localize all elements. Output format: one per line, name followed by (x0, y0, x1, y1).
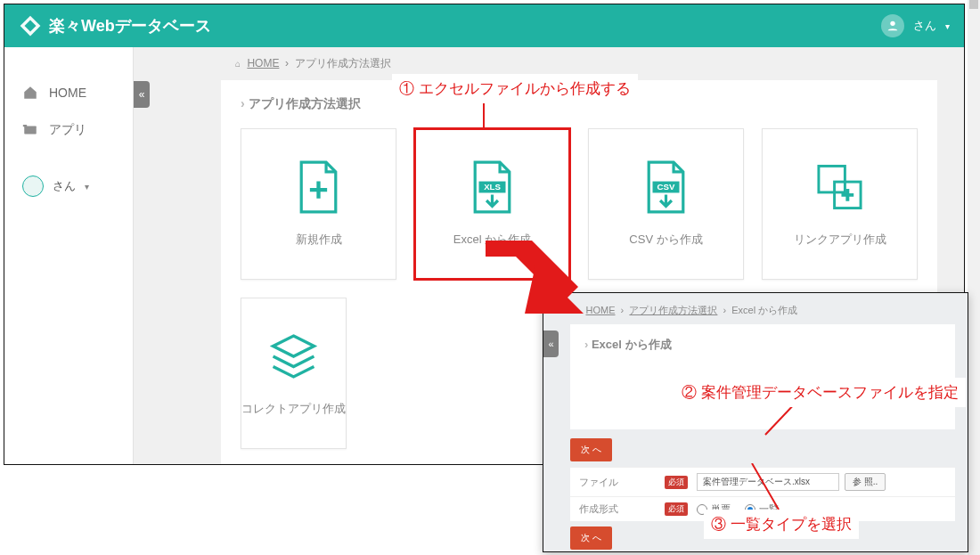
annotation-3-num: ③ (711, 516, 726, 533)
required-badge: 必須 (665, 476, 688, 489)
apps-icon (22, 122, 38, 138)
annotation-3-text: 一覧タイプを選択 (731, 516, 852, 533)
card-collect-app[interactable]: コレクトアプリ作成 (241, 298, 347, 449)
annotation-2: ② 案件管理データベースファイルを指定 (674, 378, 966, 407)
sidebar-user[interactable]: さん ▾ (4, 163, 133, 209)
breadcrumb-home[interactable]: HOME (247, 57, 279, 69)
annotation-2-num: ② (682, 384, 697, 401)
annotation-3: ③ 一覧タイプを選択 (704, 510, 859, 539)
card-link-app[interactable]: リンクアプリ作成 (762, 128, 918, 280)
card-csv-label: CSV から作成 (629, 232, 702, 248)
header-user-suffix: さん (913, 18, 936, 34)
card-new[interactable]: 新規作成 (241, 128, 396, 280)
chevron-down-icon: ▾ (85, 182, 89, 192)
annotation-2-text: 案件管理データベースファイルを指定 (701, 384, 959, 401)
card-csv[interactable]: CSV CSV から作成 (588, 128, 744, 280)
breadcrumb-page: アプリ作成方法選択 (295, 57, 391, 69)
sidebar-item-home[interactable]: HOME (4, 74, 133, 111)
breadcrumb-page1[interactable]: アプリ作成方法選択 (629, 305, 717, 315)
sidebar-apps-label: アプリ (49, 122, 86, 138)
chevron-down-icon: ▾ (945, 21, 950, 31)
sidebar-collapse-handle[interactable]: « (134, 81, 150, 108)
link-app-icon (815, 160, 864, 214)
breadcrumb-page2: Excel から作成 (731, 305, 797, 315)
sidebar-collapse-handle[interactable]: « (543, 331, 559, 357)
browse-button[interactable]: 参 照.. (845, 473, 886, 491)
next-button[interactable]: 次 へ (570, 526, 612, 550)
card-collect-label: コレクトアプリ作成 (241, 401, 346, 417)
card-link-label: リンクアプリ作成 (794, 232, 886, 248)
format-label: 作成形式 (579, 502, 665, 516)
annotation-3-line (748, 463, 793, 511)
svg-text:XLS: XLS (484, 182, 501, 192)
brand-text: 楽々Webデータベース (49, 15, 211, 37)
svg-rect-9 (819, 166, 845, 192)
header-user[interactable]: さん ▾ (881, 14, 950, 37)
svg-line-14 (752, 463, 779, 510)
file-csv-icon: CSV (641, 160, 690, 214)
annotation-1-text: エクセルファイルから作成する (419, 80, 631, 97)
scrollbar-thumb[interactable] (969, 0, 978, 9)
svg-text:CSV: CSV (657, 182, 675, 192)
scrollbar-vertical[interactable] (968, 0, 980, 555)
brand: 楽々Webデータベース (19, 14, 211, 37)
breadcrumb-home[interactable]: HOME (586, 305, 616, 315)
avatar-icon (881, 14, 904, 37)
home-icon (22, 85, 38, 101)
annotation-1-num: ① (399, 80, 414, 97)
file-label: ファイル (579, 476, 665, 489)
card-new-label: 新規作成 (296, 232, 342, 248)
next-button[interactable]: 次 へ (570, 438, 612, 461)
file-xls-icon: XLS (468, 160, 517, 214)
user-avatar-icon (22, 175, 44, 197)
brand-logo-icon (19, 14, 42, 37)
sidebar: HOME アプリ さん ▾ (4, 47, 134, 464)
home-icon: ⌂ (235, 59, 241, 69)
required-badge: 必須 (665, 502, 688, 516)
file-plus-icon (294, 160, 343, 214)
svg-rect-4 (23, 125, 28, 127)
breadcrumb: ⌂ HOME › アプリ作成方法選択 › Excel から作成 (543, 293, 968, 324)
annotation-1: ① エクセルファイルから作成する (392, 74, 638, 103)
red-arrow-icon (478, 237, 585, 326)
svg-rect-3 (24, 127, 37, 135)
sidebar-item-apps[interactable]: アプリ (4, 111, 133, 149)
panel2-title: Excel から作成 (584, 337, 941, 353)
layers-icon (269, 330, 318, 383)
svg-point-2 (890, 21, 894, 26)
sidebar-home-label: HOME (49, 86, 86, 100)
sidebar-user-suffix: さん (53, 178, 76, 194)
top-bar: 楽々Webデータベース さん ▾ (4, 4, 964, 47)
